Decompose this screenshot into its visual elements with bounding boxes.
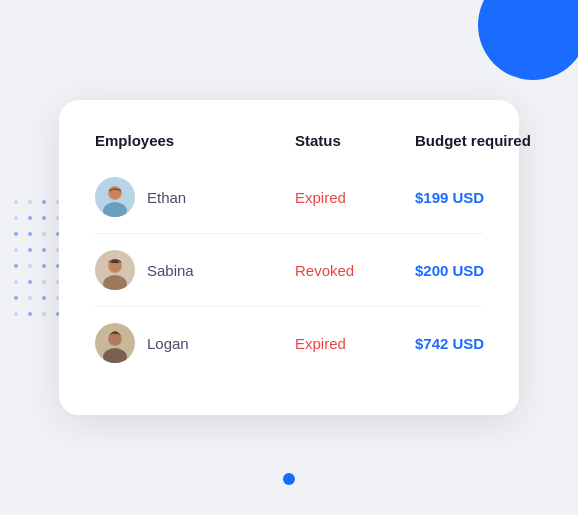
col-header-status: Status: [295, 132, 415, 149]
employee-cell-ethan: Ethan: [95, 177, 295, 217]
avatar-logan: [95, 323, 135, 363]
table-row: Ethan Expired $199 USD: [95, 161, 483, 234]
table-header: Employees Status Budget required: [95, 132, 483, 161]
budget-ethan: $199 USD: [415, 189, 575, 206]
avatar-ethan: [95, 177, 135, 217]
svg-point-11: [109, 333, 121, 345]
accent-circle: [478, 0, 578, 80]
employee-name-ethan: Ethan: [147, 189, 186, 206]
table-row: Logan Expired $742 USD: [95, 307, 483, 379]
status-ethan: Expired: [295, 189, 415, 206]
dots-pattern: [14, 200, 64, 322]
employee-cell-sabina: Sabina: [95, 250, 295, 290]
employee-name-logan: Logan: [147, 335, 189, 352]
budget-sabina: $200 USD: [415, 262, 575, 279]
main-card: Employees Status Budget required Ethan E…: [59, 100, 519, 415]
col-header-employees: Employees: [95, 132, 295, 149]
employee-cell-logan: Logan: [95, 323, 295, 363]
employee-name-sabina: Sabina: [147, 262, 194, 279]
accent-dot-bottom: [283, 473, 295, 485]
avatar-sabina: [95, 250, 135, 290]
budget-logan: $742 USD: [415, 335, 575, 352]
table-row: Sabina Revoked $200 USD: [95, 234, 483, 307]
col-header-budget: Budget required: [415, 132, 575, 149]
status-logan: Expired: [295, 335, 415, 352]
status-sabina: Revoked: [295, 262, 415, 279]
